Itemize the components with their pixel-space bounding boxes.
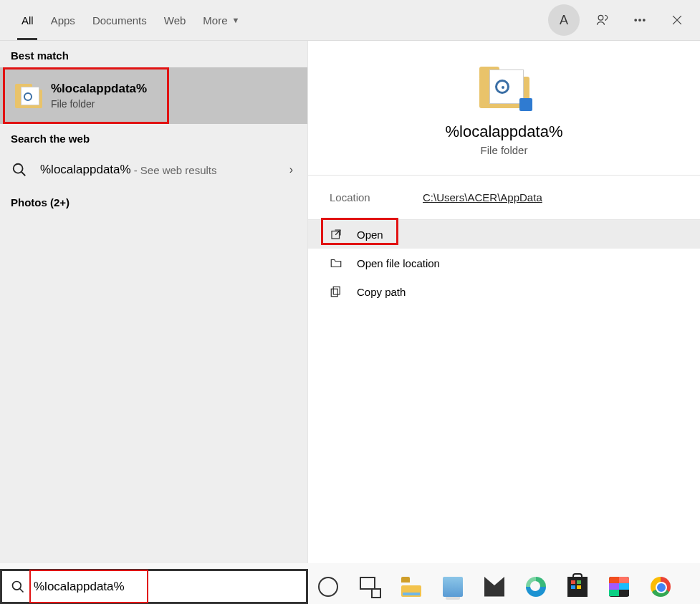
best-match-subtitle: File folder	[51, 97, 147, 111]
chrome-icon[interactable]	[646, 572, 675, 601]
mail-icon[interactable]	[480, 572, 509, 601]
close-icon[interactable]	[663, 6, 691, 34]
search-input[interactable]	[34, 571, 306, 602]
best-match-header: Best match	[0, 41, 307, 67]
more-options-icon[interactable]	[625, 6, 654, 34]
topbar-right-controls: A	[548, 0, 700, 40]
search-filter-tabs: All Apps Documents Web More ▼ A	[0, 0, 700, 41]
copy-icon	[330, 285, 345, 298]
tab-apps[interactable]: Apps	[42, 0, 84, 40]
svg-point-1	[635, 19, 637, 21]
action-open-label: Open	[357, 229, 383, 241]
action-copy-path-label: Copy path	[357, 286, 406, 298]
svg-point-8	[13, 581, 21, 590]
search-web-header: Search the web	[0, 124, 307, 150]
action-open-file-location[interactable]: Open file location	[308, 249, 700, 277]
preview-title: %localappdata%	[446, 123, 563, 141]
folder-open-icon	[330, 257, 345, 269]
web-result-query: %localappdata%	[40, 163, 131, 177]
location-row: Location C:\Users\ACER\AppData	[308, 176, 700, 220]
tab-all[interactable]: All	[13, 0, 42, 40]
folder-icon-large	[479, 67, 529, 108]
tab-more-label: More	[203, 14, 227, 27]
results-pane: Best match %localappdata% File folder Se…	[0, 41, 308, 563]
svg-rect-6	[333, 287, 340, 294]
chevron-right-icon: ›	[289, 163, 293, 176]
search-icon	[11, 162, 27, 178]
preview-pane: %localappdata% File folder Location C:\U…	[308, 41, 700, 563]
best-match-title: %localappdata%	[51, 81, 147, 97]
svg-rect-7	[331, 289, 337, 297]
search-icon	[2, 580, 34, 594]
open-icon	[330, 228, 345, 241]
figma-icon[interactable]	[605, 572, 633, 601]
location-label: Location	[330, 191, 423, 203]
tab-more[interactable]: More ▼	[194, 0, 248, 40]
svg-point-2	[639, 19, 641, 21]
feedback-icon[interactable]	[588, 6, 617, 34]
svg-point-3	[643, 19, 646, 21]
tab-web[interactable]: Web	[155, 0, 195, 40]
action-copy-path[interactable]: Copy path	[308, 277, 700, 306]
file-explorer-icon[interactable]	[397, 572, 426, 601]
folder-icon	[15, 84, 42, 108]
web-result-suffix: - See web results	[134, 164, 217, 176]
taskbar	[308, 569, 700, 604]
best-match-result[interactable]: %localappdata% File folder	[0, 67, 307, 124]
task-view-icon[interactable]	[355, 572, 384, 601]
chevron-down-icon: ▼	[232, 16, 240, 24]
cortana-icon[interactable]	[314, 572, 342, 601]
preview-subtitle: File folder	[481, 144, 528, 156]
user-avatar[interactable]: A	[548, 4, 580, 36]
keyboard-app-icon[interactable]	[438, 572, 467, 601]
location-value[interactable]: C:\Users\ACER\AppData	[423, 191, 542, 203]
tab-documents[interactable]: Documents	[84, 0, 155, 40]
svg-point-4	[14, 164, 23, 173]
action-open-file-location-label: Open file location	[357, 257, 440, 269]
action-open[interactable]: Open	[308, 220, 700, 249]
photos-header[interactable]: Photos (2+)	[0, 189, 307, 216]
microsoft-store-icon[interactable]	[563, 572, 592, 601]
edge-icon[interactable]	[522, 572, 550, 601]
web-search-result[interactable]: %localappdata% - See web results ›	[0, 150, 307, 189]
search-bar[interactable]	[0, 569, 308, 604]
svg-point-0	[598, 15, 603, 20]
